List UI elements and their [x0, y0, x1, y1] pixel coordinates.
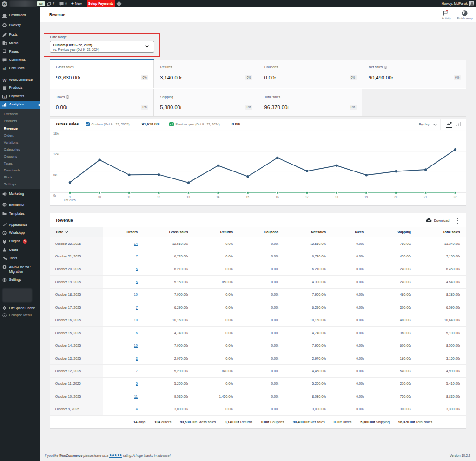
svg-text:S: S — [4, 95, 6, 98]
svg-text:W: W — [2, 78, 7, 82]
svg-text:cf: cf — [3, 66, 7, 71]
